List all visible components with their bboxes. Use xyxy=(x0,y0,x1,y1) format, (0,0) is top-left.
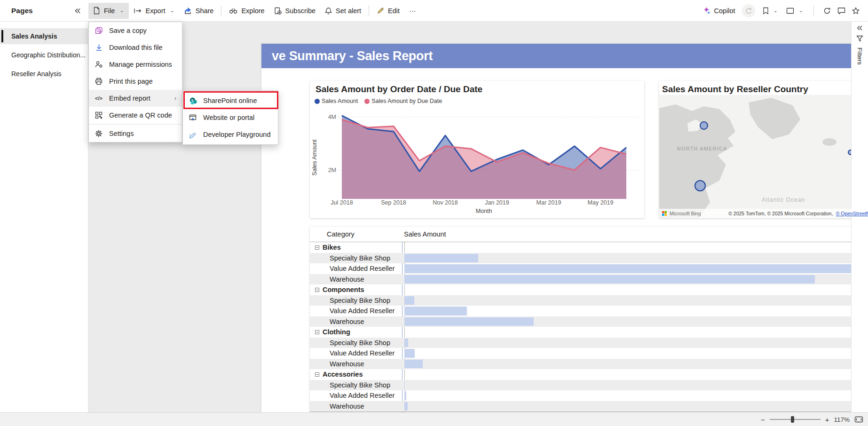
openstreetmap-link[interactable]: © OpenStreetMap xyxy=(836,211,868,216)
embed-submenu-item-website-or-portal[interactable]: Website or portal xyxy=(183,109,278,126)
table-row[interactable]: Specialty Bike Shop1,687,480.26 xyxy=(310,253,868,264)
table-row[interactable]: Clothing750,716.33 xyxy=(310,327,868,338)
collapse-row-icon[interactable] xyxy=(315,372,319,377)
bookmarks-button[interactable]: ⌄ xyxy=(762,3,779,19)
export-icon xyxy=(134,8,142,14)
embed-report-submenu: SSharePoint onlineWebsite or portalDevel… xyxy=(182,90,278,145)
menu-item-label: SharePoint online xyxy=(203,97,257,104)
zoom-in-button[interactable]: + xyxy=(825,416,829,424)
edit-button-label: Edit xyxy=(388,7,400,15)
svg-text:Mar 2019: Mar 2019 xyxy=(537,199,561,206)
pages-sidebar: Sales AnalysisGeographic Distribution...… xyxy=(0,22,88,412)
subscribe-icon xyxy=(274,7,282,15)
map-body[interactable]: NORTH AMERICA EUROP Atlantic Ocean Micro… xyxy=(659,95,868,218)
subscribe-button[interactable]: Subscribe xyxy=(269,3,320,19)
subscribe-button-label: Subscribe xyxy=(285,7,316,15)
table-row-label: Specialty Bike Shop xyxy=(330,380,390,391)
table-row-label: Specialty Bike Shop xyxy=(330,295,390,306)
embed-submenu-item-sharepoint-online[interactable]: SSharePoint online xyxy=(183,92,278,109)
menu-item-label: Developer Playground xyxy=(203,131,270,138)
fit-to-page-icon[interactable] xyxy=(854,416,863,423)
table-row[interactable]: Warehouse2,969,633.35 xyxy=(310,316,868,327)
svg-text:May 2019: May 2019 xyxy=(588,199,614,206)
file-menu-item-save-a-copy[interactable]: Save a copy xyxy=(89,22,182,39)
menu-item-label: Website or portal xyxy=(203,114,254,121)
table-row-label: Warehouse xyxy=(330,316,364,327)
table-row[interactable]: Specialty Bike Shop224,145.70 xyxy=(310,295,868,306)
zoom-slider-handle[interactable] xyxy=(791,416,794,423)
menu-item-label: Save a copy xyxy=(109,27,147,34)
filter-funnel-icon[interactable] xyxy=(856,35,863,42)
collapse-row-icon[interactable] xyxy=(315,288,319,292)
reset-view-button[interactable] xyxy=(742,4,755,17)
collapse-pane-icon[interactable] xyxy=(74,8,81,14)
table-bar xyxy=(404,317,534,326)
table-row[interactable]: Accessories124,433.35 xyxy=(310,369,868,380)
set-alert-button[interactable]: Set alert xyxy=(320,3,366,19)
edit-button[interactable]: Edit xyxy=(372,3,404,19)
file-button[interactable]: File ⌄ xyxy=(88,3,129,19)
map-visual[interactable]: Sales Amount by Reseller Country NORTH A… xyxy=(659,81,868,218)
table-row[interactable]: Specialty Bike Shop8,406.43 xyxy=(310,380,868,391)
file-menu-item-embed-report[interactable]: </>Embed report› xyxy=(89,90,182,107)
explore-button[interactable]: Explore xyxy=(224,3,269,19)
bell-icon xyxy=(325,7,332,15)
zoom-slider[interactable] xyxy=(770,419,821,420)
sidebar-item-reseller-analysis[interactable]: Reseller Analysis xyxy=(0,66,88,82)
table-visual[interactable]: Category Sales Amount Bikes22,417,419.69… xyxy=(310,227,868,426)
svg-text:2M: 2M xyxy=(328,167,336,174)
table-row-label: Specialty Bike Shop xyxy=(330,253,390,264)
table-row[interactable]: Warehouse75,660.69 xyxy=(310,401,868,412)
collapse-row-icon[interactable] xyxy=(315,330,319,334)
file-menu-item-settings[interactable]: Settings xyxy=(89,125,182,142)
playground-icon xyxy=(189,131,197,138)
table-row[interactable]: Value Added Reseller237,391.49 xyxy=(310,348,868,359)
menu-item-label: Download this file xyxy=(109,44,163,51)
file-menu-item-generate-a-qr-code[interactable]: Generate a QR code xyxy=(89,107,182,124)
comment-icon[interactable] xyxy=(837,7,845,15)
file-menu-item-manage-permissions[interactable]: Manage permissions xyxy=(89,56,182,73)
table-row[interactable]: Warehouse423,956.75 xyxy=(310,359,868,370)
sidebar-item-geographic-distribution[interactable]: Geographic Distribution... xyxy=(0,47,88,63)
table-row[interactable]: Value Added Reseller11,311,980.26 xyxy=(310,263,868,274)
share-button[interactable]: Share xyxy=(179,3,219,19)
more-options-button[interactable]: ··· xyxy=(404,3,421,19)
export-button-label: Export xyxy=(146,7,166,15)
copilot-button[interactable]: Copilot xyxy=(702,7,735,15)
table-row-label: Warehouse xyxy=(330,274,364,285)
export-button[interactable]: Export ⌄ xyxy=(129,3,179,19)
zoom-out-button[interactable]: − xyxy=(761,416,765,424)
file-icon xyxy=(93,7,100,15)
file-button-label: File xyxy=(104,7,115,15)
table-row[interactable]: Warehouse9,417,959.18 xyxy=(310,274,868,285)
table-bar xyxy=(404,360,423,369)
file-menu-item-print-this-page[interactable]: Print this page xyxy=(89,73,182,90)
toolbar-divider xyxy=(369,6,369,16)
embed-submenu-item-developer-playground[interactable]: Developer Playground xyxy=(183,126,278,143)
area-chart-plot[interactable]: 2M4MJul 2018Sep 2018Nov 2018Jan 2019Mar … xyxy=(310,81,644,218)
table-row[interactable]: Components4,629,101.14 xyxy=(310,284,868,295)
bookmark-icon xyxy=(763,7,769,15)
table-row-label: Specialty Bike Shop xyxy=(330,338,390,348)
collapse-row-icon[interactable] xyxy=(315,245,319,250)
view-button[interactable]: ⌄ xyxy=(785,3,804,19)
table-row[interactable]: Value Added Reseller1,435,322.10 xyxy=(310,306,868,316)
table-bar xyxy=(404,402,408,411)
qr-icon xyxy=(95,111,103,119)
file-menu-item-download-this-file[interactable]: Download this file xyxy=(89,39,182,56)
svg-text:4M: 4M xyxy=(328,114,336,120)
sidebar-item-sales-analysis[interactable]: Sales Analysis xyxy=(0,28,88,44)
chevron-down-icon: ⌄ xyxy=(799,8,803,14)
expand-filters-icon[interactable] xyxy=(857,25,863,31)
menu-item-label: Settings xyxy=(109,130,134,137)
star-icon[interactable] xyxy=(852,7,860,15)
table-row[interactable]: Specialty Bike Shop89,368.09 xyxy=(310,338,868,348)
svg-text:Month: Month xyxy=(476,208,492,214)
area-chart-visual[interactable]: Sales Amount by Order Date / Due Date Sa… xyxy=(310,81,644,218)
chevron-down-icon: ⌄ xyxy=(119,8,124,14)
table-row[interactable]: Bikes22,417,419.69 xyxy=(310,242,868,253)
refresh-icon[interactable] xyxy=(823,7,831,15)
set-alert-button-label: Set alert xyxy=(336,7,361,15)
table-row[interactable]: Value Added Reseller40,366.23 xyxy=(310,390,868,401)
website-icon xyxy=(189,114,197,121)
